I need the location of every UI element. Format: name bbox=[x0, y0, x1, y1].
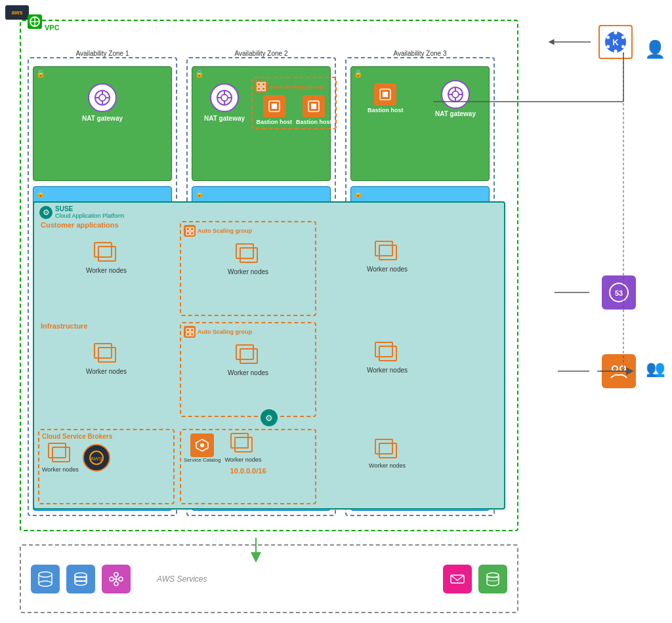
svg-point-46 bbox=[614, 50, 618, 53]
as-label-az2: Auto Scaling group bbox=[269, 83, 324, 90]
s3-icon bbox=[478, 565, 507, 593]
wriaf2 bbox=[240, 348, 258, 364]
svg-rect-13 bbox=[257, 83, 261, 86]
lock-icon-az2: 🔒 bbox=[195, 70, 204, 78]
worker-icon-infra-az1 bbox=[94, 343, 119, 365]
csb-az1-content: Worker nodes AWS bbox=[42, 443, 171, 473]
aws-services-label: AWS Services bbox=[157, 574, 436, 584]
as-icon-infra bbox=[184, 326, 196, 338]
bastion-label-az3: Bastion host bbox=[368, 107, 404, 113]
csb-az3: Worker nodes bbox=[322, 429, 453, 504]
worker-icon-infra-az3 bbox=[375, 342, 400, 364]
worker-label-ca-az1: Worker nodes bbox=[86, 267, 127, 274]
svg-point-51 bbox=[612, 366, 618, 371]
as-icon-az2 bbox=[255, 81, 267, 92]
svg-point-61 bbox=[39, 581, 52, 586]
svg-rect-20 bbox=[311, 104, 316, 109]
auto-scaling-header-az2: Auto Scaling group bbox=[255, 81, 333, 92]
customer-apps-az2: Auto Scaling group Worker nodes bbox=[180, 221, 316, 316]
wrcaf3 bbox=[379, 245, 397, 260]
svg-point-8 bbox=[221, 94, 228, 101]
svg-rect-35 bbox=[186, 332, 189, 336]
diagram-container: aws VPC Availability Zone 1 🔒 NAT gatewa… bbox=[0, 0, 672, 623]
wcsbf2 bbox=[234, 437, 253, 452]
rds-icon bbox=[66, 565, 95, 593]
vpc-box: VPC Availability Zone 1 🔒 NAT gateway 🔒 bbox=[20, 20, 518, 531]
bastion-label-2: Bastion host bbox=[296, 119, 332, 125]
svg-rect-33 bbox=[186, 328, 189, 331]
az-label-3: Availability Zone 3 bbox=[392, 50, 449, 57]
suse-gear-icon: ⚙ bbox=[39, 206, 52, 219]
csb-label: Cloud Service Brokers bbox=[42, 433, 171, 440]
lock-icon-az3: 🔒 bbox=[354, 70, 363, 78]
svg-rect-18 bbox=[272, 104, 277, 109]
worker-label-csb-az1: Worker nodes bbox=[42, 466, 79, 473]
bastion-2: Bastion host bbox=[296, 95, 332, 125]
nat-icon-az2 bbox=[210, 83, 239, 112]
svg-point-76 bbox=[487, 573, 499, 577]
svg-point-2 bbox=[99, 94, 106, 101]
suse-title: SUSE bbox=[55, 205, 125, 212]
lock-icon-priv-az2: 🔒 bbox=[195, 190, 204, 198]
infra-az1: Infrastructure Worker nodes bbox=[38, 322, 175, 417]
bastion-group: Bastion host Bastion host bbox=[255, 95, 333, 125]
bastion-1: Bastion host bbox=[256, 95, 292, 125]
auto-scaling-group-az2: Auto Scaling group Bastion host bbox=[251, 77, 337, 129]
svg-point-47 bbox=[606, 45, 610, 49]
svg-point-60 bbox=[39, 572, 52, 577]
customer-apps-az1: Customer applications Worker nodes bbox=[38, 221, 175, 316]
worker-icon-csb-az2 bbox=[230, 433, 255, 455]
worker-label-ca-az3: Worker nodes bbox=[367, 266, 408, 273]
svg-rect-15 bbox=[257, 87, 261, 90]
worker-icon-infra-az2 bbox=[236, 344, 261, 367]
bastion-icon-az3 bbox=[374, 83, 396, 106]
worker-label-csb-az3: Worker nodes bbox=[369, 462, 406, 469]
public-subnet-az3: 🔒 NAT gateway Bastion host bbox=[350, 66, 490, 181]
svg-point-48 bbox=[606, 36, 610, 39]
svg-rect-31 bbox=[186, 231, 189, 235]
worker-icon-ca-az2 bbox=[236, 243, 261, 266]
worker-icon-ca-az3 bbox=[375, 241, 400, 263]
wriaf3 bbox=[379, 346, 397, 361]
svg-point-72 bbox=[119, 577, 123, 581]
worker-nodes-csb-az3: Worker nodes bbox=[322, 439, 453, 469]
wrcaf bbox=[240, 247, 258, 263]
service-catalog-group: Service Catalog bbox=[184, 433, 220, 463]
worker-nodes-ca-az2: Worker nodes bbox=[184, 243, 312, 275]
auto-scaling-header-az2b: Auto Scaling group bbox=[184, 225, 312, 237]
auto-scaling-header-infra: Auto Scaling group bbox=[184, 326, 312, 338]
az-label-1: Availability Zone 1 bbox=[74, 50, 131, 57]
as-label-ca-az2: Auto Scaling group bbox=[198, 228, 252, 234]
svg-point-44 bbox=[621, 36, 625, 39]
gear-bottom-icon: ⚙ bbox=[261, 409, 278, 426]
svg-point-45 bbox=[621, 45, 625, 49]
vpc-label: VPC bbox=[45, 24, 60, 31]
bastion-label-1: Bastion host bbox=[256, 119, 292, 125]
infra-az3: Worker nodes bbox=[322, 322, 453, 417]
csb-az2: Service Catalog Worker nodes 10.0.0.0/16 bbox=[180, 429, 316, 504]
step-functions-icon bbox=[102, 565, 131, 593]
svg-rect-34 bbox=[190, 328, 194, 331]
csb-az2-content: Service Catalog Worker nodes bbox=[184, 433, 312, 463]
worker-nodes-ca-az1: Worker nodes bbox=[38, 242, 175, 274]
suse-subtitle: Cloud Application Platform bbox=[55, 212, 125, 219]
wcsbf1 bbox=[52, 447, 70, 462]
cognito-icon bbox=[602, 354, 636, 388]
public-subnet-az1: 🔒 NAT gateway bbox=[33, 66, 172, 181]
worker-nodes-infra-az3: Worker nodes bbox=[322, 342, 453, 374]
worker-icon-csb-az3 bbox=[375, 439, 400, 461]
aws-logo: aws bbox=[5, 5, 29, 20]
nat-label-az1: NAT gateway bbox=[82, 115, 123, 122]
bastion-icon-2 bbox=[303, 95, 325, 117]
suse-header: ⚙ SUSE Cloud Application Platform bbox=[39, 205, 125, 219]
svg-rect-16 bbox=[262, 87, 265, 90]
nat-gateway-az2: NAT gateway bbox=[204, 83, 245, 122]
wriaf1 bbox=[98, 347, 116, 363]
route53-icon: 53 bbox=[602, 275, 636, 310]
nat-label-az3: NAT gateway bbox=[435, 110, 476, 117]
aws-services-box: AWS Services bbox=[20, 544, 518, 613]
worker-icon-csb-az1 bbox=[48, 443, 73, 465]
svg-point-40 bbox=[200, 443, 204, 447]
customer-apps-az3: Worker nodes bbox=[322, 221, 453, 316]
user-group-icon: 👥 bbox=[646, 359, 665, 378]
